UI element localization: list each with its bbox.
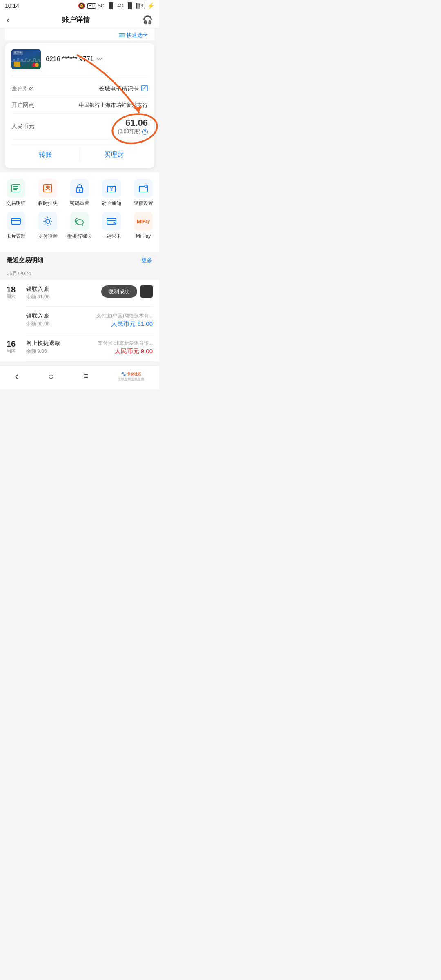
recent-tx-title: 最近交易明细 [7,256,43,264]
tx-date-18: 18 周六 [7,285,21,307]
back-button[interactable]: ‹ [7,15,9,24]
tx-date-16: 16 周四 [7,340,21,361]
network-5g: 5G [98,3,105,8]
wechat-bind-label: 微银行绑卡 [67,233,92,240]
suspend-label: 临时挂失 [38,200,58,207]
notification-icon: 🔕 [78,2,85,9]
mipay-pay-text: Pay [143,219,150,224]
limit-icon [138,183,149,194]
transfer-button[interactable]: 转账 [11,148,80,162]
list-icon [11,183,21,194]
invest-button[interactable]: 买理财 [80,148,148,162]
more-button[interactable]: 更多 [141,257,153,264]
suspend-icon-wrap: 失 [38,179,57,198]
nav-back-button[interactable]: ‹ [15,370,19,383]
watermark: 🐾 卡农社区 互联互联互惠互惠 [118,372,144,381]
tx-right-18-1: 复制成功 [101,285,153,298]
menu-mipay[interactable]: Mi Pay Mi Pay [129,212,158,240]
action-buttons: 转账 买理财 [11,144,148,162]
password-icon-wrap [70,179,89,198]
notify-icon: ¥ [106,183,117,194]
tx-date-empty [7,312,21,334]
menu-card-mgmt[interactable]: 卡片管理 [2,212,30,240]
tx-day-18-group: 18 周六 银联入账 余额 61.06 复制成功 [0,280,159,307]
menu-wechat-bind[interactable]: 微银行绑卡 [65,212,94,240]
menu-row-1: 交易明细 失 临时挂失 密码重置 [0,179,159,207]
help-icon[interactable]: ? [142,129,148,135]
quick-select-area: 🪪 快速选卡 [5,28,154,40]
payment-set-icon-wrap [38,212,57,231]
signal-icon: ▐▌ [107,2,115,9]
hd-badge: HD [87,3,96,9]
card-header: 数字卡 6216 ****** 9771 〰 [11,49,148,69]
tx-left-18-2: 银联入账 余额 60.06 [26,312,96,327]
page-title: 账户详情 [62,15,90,24]
currency-label: 人民币元 [11,123,34,130]
edit-icon[interactable] [141,85,148,93]
svg-point-20 [46,219,50,223]
available-balance: (0.00可用) ? [118,128,148,135]
onekey-icon [106,216,117,227]
mipay-icon-wrap: Mi Pay [134,212,153,231]
branch-row: 开户网点 中国银行上海市瑞虹新城支行 [11,98,148,114]
balance-amount: 61.06 [125,118,148,128]
status-icons: 🔕 HD 5G ▐▌ 4G ▐▌ 13 ⚡ [78,2,154,9]
menu-notify[interactable]: ¥ 动户通知 [97,179,126,207]
balance-row: 人民币元 61.06 (0.00可用) ? [11,114,148,140]
menu-row-2: 卡片管理 支付设置 微银行绑卡 [0,212,159,240]
alias-row: 账户别名 长城电子借记卡 [11,81,148,98]
alias-value: 长城电子借记卡 [99,85,139,93]
menu-grid: 交易明细 失 临时挂失 密码重置 [0,172,159,252]
menu-limit[interactable]: 限额设置 [129,179,158,207]
notify-label: 动户通知 [102,200,121,207]
tx-row-18-2: 银联入账 余额 60.06 支付宝(中国)网络技术有... 人民币元 51.00 [0,307,159,334]
nav-bar: ‹ 账户详情 🎧 [0,11,159,28]
onekey-bind-icon-wrap [102,212,121,231]
headphone-button[interactable]: 🎧 [143,15,153,24]
bottom-nav: ‹ ○ ≡ 🐾 卡农社区 互联互联互惠互惠 [0,365,159,389]
menu-password[interactable]: 密码重置 [65,179,94,207]
tx-right-16: 支付宝-北京新爱体育传... 人民币元 9.00 [98,340,153,355]
mipay-logo-text: Mi [137,218,143,225]
tx-right-18-2: 支付宝(中国)网络技术有... 人民币元 51.00 [96,312,153,328]
branch-value: 中国银行上海市瑞虹新城支行 [79,102,148,109]
transaction-list: 18 周六 银联入账 余额 61.06 复制成功 银联入账 余额 60 [0,280,159,361]
card-icon: 🪪 [118,32,125,38]
tx-left-18-1: 银联入账 余额 61.06 [26,285,101,301]
card-mgmt-label: 卡片管理 [6,233,26,240]
charging-icon: ⚡ [147,2,154,9]
password-label: 密码重置 [70,200,89,207]
tx-detail-label: 交易明细 [6,200,26,207]
payment-settings-icon [42,216,53,227]
suspend-icon: 失 [42,183,53,194]
limit-label: 限额设置 [134,200,153,207]
card-section: 数字卡 6216 ****** 9771 〰 账户别名 长城电子借记卡 [5,43,154,168]
wechat-bind-icon-wrap [70,212,89,231]
network-4g: 4G [117,3,123,8]
alias-value-group: 长城电子借记卡 [99,85,148,93]
card-image: 数字卡 [11,49,41,69]
tx-item-18-1: 银联入账 余额 61.06 复制成功 [26,285,153,307]
branch-label: 开户网点 [11,102,34,109]
wechat-icon [74,216,85,227]
notify-icon-wrap: ¥ [102,179,121,198]
menu-suspend[interactable]: 失 临时挂失 [33,179,62,207]
nav-home-button[interactable]: ○ [48,371,53,382]
menu-tx-detail[interactable]: 交易明细 [2,179,30,207]
card-number: 6216 ****** 9771 〰 [46,56,102,63]
recent-tx-header: 最近交易明细 更多 [0,252,159,267]
card-mgmt-icon [11,216,21,227]
mipay-label: Mi Pay [136,233,151,239]
svg-text:¥: ¥ [110,187,113,192]
balance-section: 61.06 (0.00可用) ? [118,118,148,135]
eye-icon[interactable]: 〰 [97,56,102,62]
nav-menu-button[interactable]: ≡ [84,372,89,381]
payment-set-label: 支付设置 [38,233,58,240]
copy-toast: 复制成功 [101,285,137,298]
lock-icon [74,183,85,194]
account-details: 账户别名 长城电子借记卡 开户网点 中国银行上海市瑞虹新城支行 人民币元 61.… [11,76,148,140]
quick-select-button[interactable]: 🪪 快速选卡 [118,31,148,39]
menu-payment-set[interactable]: 支付设置 [33,212,62,240]
menu-onekey-bind[interactable]: 一键绑卡 [97,212,126,240]
limit-icon-wrap [134,179,153,198]
